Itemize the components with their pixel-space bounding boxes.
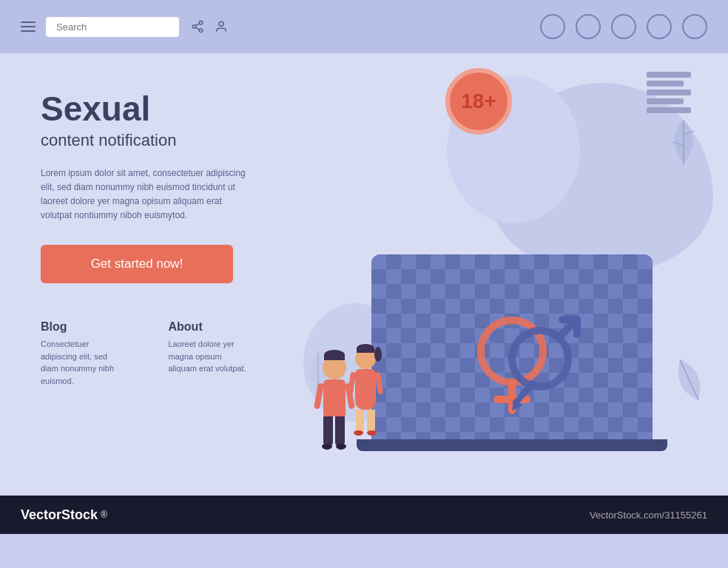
age-badge-text: 18+ [461, 89, 496, 113]
blog-title: Blog [41, 320, 124, 334]
description: Lorem ipsum dolor sit amet, consectetuer… [41, 166, 248, 223]
nav-circle-4[interactable] [647, 14, 672, 39]
girl-hair-top [357, 344, 374, 353]
boy-legs [323, 416, 345, 446]
nav-circle-1[interactable] [540, 14, 565, 39]
bottom-bar: VectorStock ® VectorStock.com/31155261 [0, 496, 728, 534]
document-decoration [647, 72, 691, 113]
svg-line-4 [195, 24, 199, 26]
boy-head [323, 356, 346, 379]
doc-lines [647, 72, 691, 113]
leaf-decoration-bottom-right [669, 352, 710, 407]
boy-shoe-right [336, 444, 346, 450]
girl-hair-ponytail [374, 347, 382, 362]
about-title: About [169, 320, 252, 334]
leaf-decoration-right [661, 112, 706, 175]
svg-point-0 [199, 21, 203, 25]
nav-circle-5[interactable] [682, 14, 707, 39]
girl-shoes [354, 430, 377, 436]
boy-shoes [322, 444, 346, 450]
blog-link-group: Blog Consectetuer adipiscing elit, sed d… [41, 320, 124, 387]
share-icon[interactable] [189, 18, 206, 35]
logo-name: VectorStock [21, 507, 98, 523]
right-panel: 18+ [281, 53, 728, 496]
doc-line-1 [647, 72, 691, 78]
girl-shoe-right [367, 430, 377, 436]
gender-symbols [453, 303, 601, 425]
svg-point-1 [192, 25, 196, 29]
girl-leg-left [356, 410, 364, 432]
laptop-screen-container [371, 254, 653, 439]
girl-shoe-left [354, 430, 363, 436]
about-link-group: About Laoreet dolore yer magna opisum al… [169, 320, 252, 387]
girl-leg-right [367, 410, 375, 432]
header-left [21, 17, 528, 37]
doc-line-4 [647, 98, 684, 104]
doc-line-3 [647, 89, 691, 95]
girl-body [355, 369, 376, 410]
search-input[interactable] [46, 17, 179, 37]
logo-reg: ® [101, 510, 107, 520]
svg-point-5 [219, 21, 223, 26]
boy-leg-right [335, 416, 345, 446]
nav-circle-2[interactable] [576, 14, 601, 39]
boy-body [323, 379, 346, 416]
header-right [540, 14, 707, 39]
boy-shoe-left [322, 444, 332, 450]
girl-legs [356, 410, 375, 432]
doc-line-2 [647, 81, 684, 87]
laptop-base [357, 439, 667, 451]
boy-leg-left [323, 416, 333, 446]
nav-circle-3[interactable] [611, 14, 636, 39]
girl-arm-left [347, 372, 355, 395]
age-badge: 18+ [445, 68, 512, 135]
boy-hair [324, 350, 345, 360]
user-icon[interactable] [213, 18, 229, 35]
about-text: Laoreet dolore yer magna opisum aliquam … [169, 338, 252, 375]
boy-figure [322, 356, 346, 450]
page-title: Sexual [41, 90, 252, 128]
svg-line-3 [195, 27, 199, 30]
blog-text: Consectetuer adipiscing elit, sed diam n… [41, 338, 124, 387]
people-illustration [322, 356, 377, 450]
vectorstock-logo: VectorStock ® [21, 507, 107, 523]
menu-icon[interactable] [21, 21, 36, 32]
girl-figure [354, 348, 377, 450]
main-content: Sexual content notification Lorem ipsum … [0, 53, 728, 496]
footer-links: Blog Consectetuer adipiscing elit, sed d… [41, 320, 252, 387]
vectorstock-url: VectorStock.com/31155261 [590, 510, 707, 521]
girl-head [355, 348, 376, 369]
header [0, 0, 728, 53]
header-icons [189, 18, 229, 35]
cta-button[interactable]: Get started now! [41, 245, 233, 283]
page-subtitle: content notification [41, 131, 252, 150]
svg-point-2 [199, 29, 203, 33]
left-panel: Sexual content notification Lorem ipsum … [0, 53, 281, 496]
